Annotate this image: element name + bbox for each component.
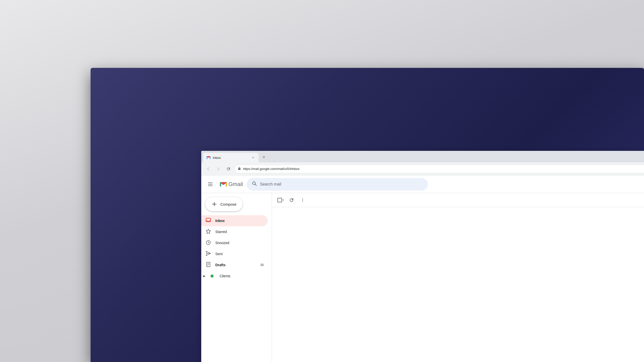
search-placeholder-text: Search mail bbox=[260, 182, 281, 187]
security-lock-icon bbox=[238, 167, 241, 170]
lock-icon bbox=[238, 167, 241, 171]
svg-rect-6 bbox=[206, 218, 211, 222]
draft-svg-icon bbox=[206, 262, 211, 267]
star-svg-icon bbox=[206, 229, 211, 234]
svg-point-15 bbox=[302, 198, 303, 199]
starred-icon bbox=[205, 229, 211, 235]
sent-icon bbox=[205, 251, 211, 257]
gmail-logo: Gmail bbox=[219, 181, 243, 188]
back-button[interactable] bbox=[204, 165, 212, 173]
sidebar-item-snoozed[interactable]: Snoozed bbox=[201, 237, 268, 248]
tab-close-button[interactable]: × bbox=[251, 155, 256, 160]
menu-button[interactable] bbox=[205, 179, 215, 189]
back-icon bbox=[206, 167, 210, 171]
sidebar-item-drafts[interactable]: Drafts 15 bbox=[201, 259, 268, 270]
hamburger-icon bbox=[208, 182, 213, 187]
empty-inbox-message: No new mail! bbox=[272, 207, 644, 223]
drafts-icon bbox=[205, 262, 211, 268]
url-bar[interactable]: https://mail.google.com/mail/u/0/#inbox bbox=[234, 165, 644, 173]
email-toolbar: ▾ bbox=[272, 193, 644, 207]
sidebar-item-starred[interactable]: Starred bbox=[201, 226, 268, 237]
url-text: https://mail.google.com/mail/u/0/#inbox bbox=[243, 167, 300, 171]
inbox-icon bbox=[205, 217, 211, 224]
sent-nav-label: Sent bbox=[215, 252, 264, 256]
svg-point-16 bbox=[302, 200, 303, 200]
tab-bar: Inbox × + bbox=[201, 151, 644, 162]
starred-nav-label: Starred bbox=[215, 230, 264, 234]
tab-title-text: Inbox bbox=[213, 156, 249, 160]
monitor-frame: Inbox × + bbox=[91, 68, 644, 362]
snoozed-nav-label: Snoozed bbox=[215, 241, 264, 245]
clients-expand-icon: ▶ bbox=[203, 274, 207, 278]
sidebar-item-sent[interactable]: Sent bbox=[201, 248, 268, 259]
gmail-body: Compose Inbox bbox=[201, 193, 644, 362]
sidebar-item-inbox[interactable]: Inbox bbox=[201, 215, 268, 226]
snoozed-icon bbox=[205, 240, 211, 246]
forward-icon bbox=[216, 167, 220, 171]
send-svg-icon bbox=[206, 251, 211, 256]
browser-window: Inbox × + bbox=[201, 151, 644, 362]
new-tab-button[interactable]: + bbox=[260, 153, 268, 161]
clients-nav-label: Clients bbox=[220, 274, 264, 278]
refresh-button[interactable] bbox=[287, 196, 296, 205]
reload-button[interactable] bbox=[224, 165, 232, 173]
clients-dot-icon bbox=[211, 275, 214, 278]
refresh-icon bbox=[289, 198, 294, 202]
compose-label: Compose bbox=[220, 202, 236, 206]
svg-marker-7 bbox=[206, 229, 211, 234]
gmail-m-icon bbox=[219, 181, 227, 187]
gmail-header: Gmail Search mail bbox=[201, 175, 644, 193]
inbox-svg-icon bbox=[206, 217, 211, 223]
chevron-down-icon: ▾ bbox=[283, 199, 284, 201]
gmail-wordmark: Gmail bbox=[228, 181, 243, 188]
compose-plus-icon bbox=[211, 201, 217, 207]
search-box[interactable]: Search mail bbox=[247, 178, 428, 191]
more-options-button[interactable] bbox=[298, 196, 307, 205]
forward-button[interactable] bbox=[214, 165, 222, 173]
magnifier-icon bbox=[252, 181, 257, 186]
drafts-badge: 15 bbox=[260, 263, 264, 267]
vertical-dots-icon bbox=[300, 198, 305, 202]
reload-icon bbox=[226, 167, 230, 171]
svg-line-3 bbox=[255, 184, 256, 186]
active-tab[interactable]: Inbox × bbox=[203, 153, 259, 162]
sidebar-item-clients[interactable]: ▶ Clients bbox=[201, 270, 268, 282]
inbox-nav-label: Inbox bbox=[215, 219, 264, 223]
gmail-app: Gmail Search mail bbox=[201, 175, 644, 362]
drafts-nav-label: Drafts bbox=[215, 263, 256, 267]
checkbox-icon bbox=[277, 198, 282, 202]
clock-svg-icon bbox=[206, 240, 211, 245]
svg-rect-1 bbox=[238, 168, 240, 170]
sidebar: Compose Inbox bbox=[201, 193, 272, 362]
compose-button[interactable]: Compose bbox=[205, 197, 243, 211]
email-list-panel: ▾ bbox=[272, 193, 644, 362]
search-icon bbox=[252, 181, 257, 187]
address-bar: https://mail.google.com/mail/u/0/#inbox bbox=[201, 162, 644, 175]
svg-point-17 bbox=[302, 201, 303, 202]
tab-favicon bbox=[206, 155, 211, 160]
plus-icon bbox=[212, 202, 217, 207]
select-all-button[interactable]: ▾ bbox=[276, 196, 285, 205]
